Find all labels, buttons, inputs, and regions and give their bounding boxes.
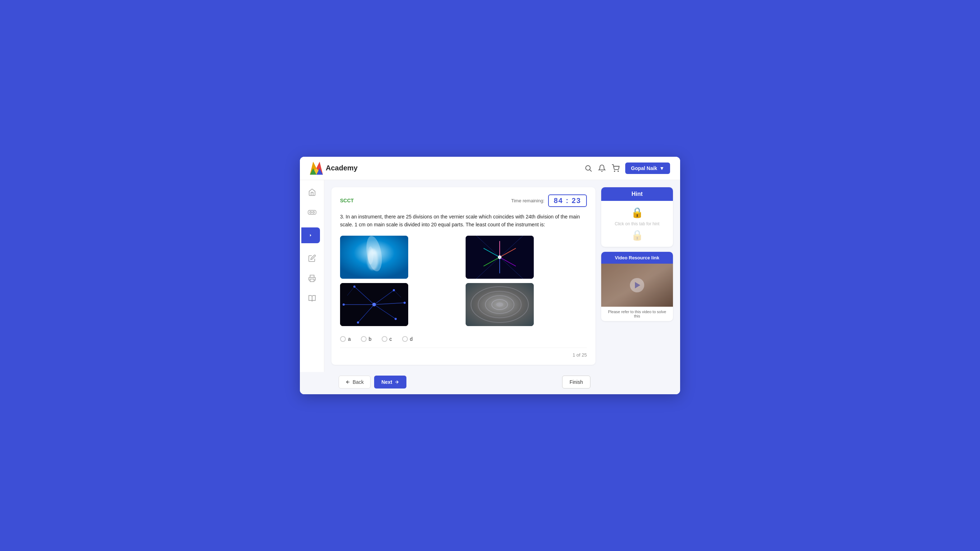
back-arrow-icon [345,379,350,385]
image-option-d[interactable] [466,283,534,326]
svg-rect-9 [308,210,316,214]
image-option-a[interactable] [340,236,408,279]
logo-area: Academy [310,162,358,175]
search-icon[interactable] [584,164,592,172]
image-option-c[interactable] [340,283,408,326]
bottom-bar: Back Next Finish [300,372,680,394]
content-area: SCCT Time remaining: 84 : 23 3. In an in… [324,180,680,373]
back-button[interactable]: Back [339,376,371,389]
cart-icon[interactable] [612,164,619,172]
option-a[interactable]: a [340,336,351,342]
logo-icon [310,162,323,175]
sidebar-item-home[interactable] [307,187,317,197]
page-info: 1 of 25 [573,352,587,358]
user-button[interactable]: Gopal Naik ▼ [625,162,670,174]
hint-card: Hint 🔒 Click on this tab for hint 🔒 [601,187,673,247]
option-b[interactable]: b [361,336,372,342]
sidebar-item-active[interactable] [301,228,320,243]
radio-c[interactable] [382,336,387,342]
hint-header[interactable]: Hint [601,187,673,201]
logo-text: Academy [326,164,358,172]
video-thumbnail[interactable] [601,264,673,307]
images-grid [340,236,587,326]
svg-rect-51 [601,264,673,307]
option-d[interactable]: d [402,336,413,342]
svg-point-10 [310,211,311,213]
radio-d[interactable] [402,336,408,342]
sidebar-item-print[interactable] [307,273,317,283]
hint-lock-icon-2: 🔒 [631,229,644,241]
sidebar [300,180,324,373]
finish-button[interactable]: Finish [562,376,590,389]
svg-point-15 [368,247,374,264]
svg-point-7 [614,171,615,172]
radio-a[interactable] [340,336,346,342]
timer-display: 84 : 23 [548,194,587,207]
header-right: Gopal Naik ▼ [584,162,670,174]
next-arrow-icon [394,379,399,385]
video-caption: Please refer to this video to solve this [601,307,673,321]
svg-line-6 [590,170,592,172]
timer-area: Time remaining: 84 : 23 [511,194,587,207]
header: Academy Gopal Naik ▼ [300,157,680,180]
bell-icon[interactable] [598,164,606,172]
question-text: 3. In an instrument, there are 25 divisi… [340,213,587,229]
options-row: a b c d [340,333,587,345]
question-header: SCCT Time remaining: 84 : 23 [340,194,587,207]
radio-b[interactable] [361,336,367,342]
section-label: SCCT [340,197,354,204]
hint-body: 🔒 Click on this tab for hint 🔒 [601,201,673,247]
svg-point-8 [618,171,619,172]
timer-label: Time remaining: [511,198,544,204]
svg-point-41 [395,318,397,320]
image-option-b[interactable] [466,236,534,279]
svg-point-50 [496,303,503,307]
question-footer: 1 of 25 [340,347,587,358]
video-card: Video Resource link [601,252,673,321]
sidebar-item-book[interactable] [307,293,317,304]
right-panel: Hint 🔒 Click on this tab for hint 🔒 Vide… [601,187,673,365]
svg-point-42 [372,303,376,306]
nav-right-buttons: Finish [562,376,673,389]
hint-text: Click on this tab for hint [615,221,660,226]
svg-point-38 [342,304,345,306]
svg-rect-12 [310,279,314,281]
question-panel: SCCT Time remaining: 84 : 23 3. In an in… [331,187,595,365]
svg-point-5 [586,166,590,170]
svg-point-39 [404,302,406,304]
nav-left-buttons: Back Next [307,376,406,389]
option-c[interactable]: c [382,336,392,342]
svg-point-11 [312,211,314,213]
sidebar-item-edit[interactable] [307,253,317,263]
svg-point-40 [357,322,359,323]
sidebar-item-vr[interactable] [307,207,317,217]
next-button[interactable]: Next [374,376,406,389]
video-resource-header[interactable]: Video Resource link [601,252,673,264]
hint-lock-icon: 🔒 [631,207,644,218]
